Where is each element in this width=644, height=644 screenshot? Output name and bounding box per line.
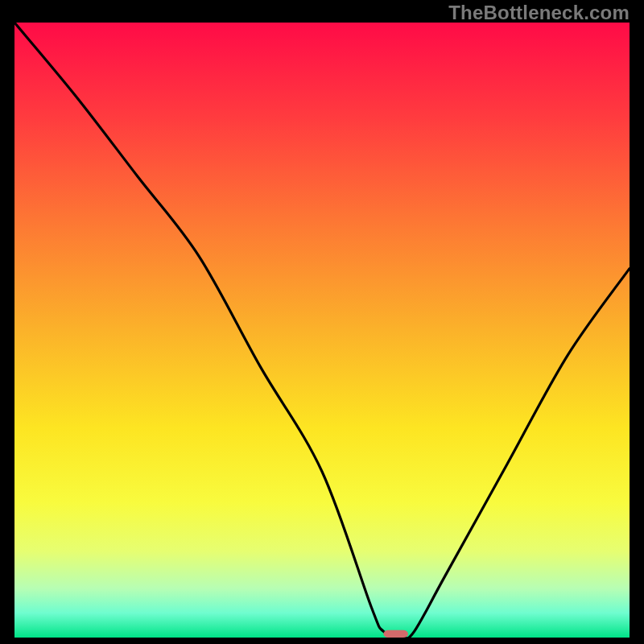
chart-frame	[14, 23, 630, 638]
watermark-text: TheBottleneck.com	[448, 2, 630, 24]
bottleneck-chart	[14, 23, 630, 638]
optimum-marker	[383, 630, 408, 638]
gradient-background	[14, 23, 630, 638]
